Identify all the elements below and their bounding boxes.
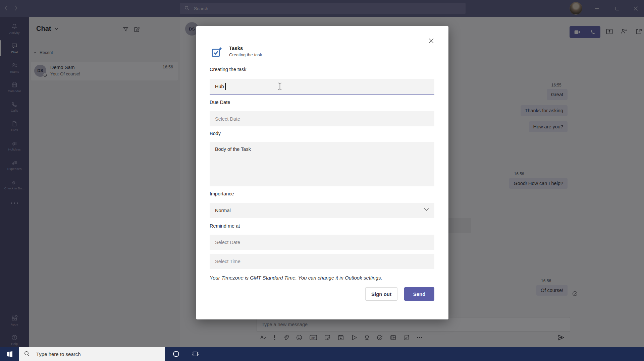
send-button[interactable]: Send <box>404 287 434 301</box>
windows-logo-icon <box>7 351 12 357</box>
due-date-input[interactable] <box>210 111 434 126</box>
text-caret <box>225 83 226 90</box>
chevron-down-icon <box>424 208 429 211</box>
timezone-note: Your Timezone is GMT Standard Time. You … <box>210 275 382 281</box>
task-title-input[interactable] <box>210 79 434 95</box>
field-label-body: Body <box>210 131 221 136</box>
cortana-icon[interactable] <box>173 351 179 357</box>
task-view-icon[interactable] <box>192 351 199 357</box>
dialog-title: Tasks <box>229 45 243 51</box>
dialog-close-icon[interactable] <box>429 38 434 43</box>
field-label-title: Creating the task <box>210 67 247 72</box>
importance-value: Normal <box>215 208 231 213</box>
windows-taskbar <box>0 347 644 361</box>
task-body-textarea[interactable]: Body of the Task <box>210 142 434 186</box>
sign-out-button[interactable]: Sign out <box>365 287 397 301</box>
remind-time-input[interactable] <box>210 254 434 269</box>
field-label-importance: Importance <box>210 191 234 196</box>
start-button[interactable] <box>0 347 19 361</box>
field-label-remind: Remind me at <box>210 223 240 229</box>
remind-date-input[interactable] <box>210 235 434 250</box>
ibeam-cursor <box>278 82 282 90</box>
tasks-app-logo-icon <box>211 46 223 58</box>
taskbar-search-icon <box>24 351 30 357</box>
importance-select[interactable]: Normal <box>210 203 434 218</box>
dialog-subtitle: Creating the task <box>229 52 262 57</box>
taskbar-search-input[interactable] <box>19 347 165 361</box>
field-label-due-date: Due Date <box>210 100 230 105</box>
tasks-dialog: Tasks Creating the task Creating the tas… <box>196 26 448 319</box>
